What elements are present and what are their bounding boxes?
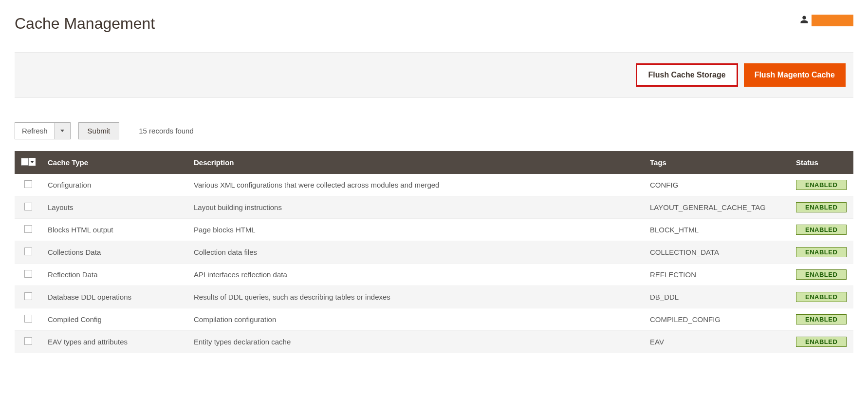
records-count: 15 records found [139,127,194,135]
chevron-down-icon [30,161,34,163]
cell-status: ENABLED [790,308,853,331]
status-badge: ENABLED [796,292,847,302]
cell-status: ENABLED [790,241,853,264]
row-checkbox[interactable] [24,180,32,188]
table-row: Database DDL operationsResults of DDL qu… [15,286,853,308]
cell-tags: CONFIG [644,174,790,196]
row-checkbox[interactable] [24,315,32,323]
cell-cache-type: Blocks HTML output [42,219,188,241]
cell-tags: REFLECTION [644,264,790,286]
user-area[interactable] [800,15,853,26]
cell-description: Various XML configurations that were col… [188,174,644,196]
flush-cache-storage-button[interactable]: Flush Cache Storage [636,63,738,87]
table-row: Collections DataCollection data filesCOL… [15,241,853,264]
cell-description: Layout building instructions [188,196,644,219]
status-badge: ENABLED [796,225,847,235]
row-checkbox[interactable] [24,270,32,278]
cache-table: Cache Type Description Tags Status Confi… [15,151,853,353]
status-badge: ENABLED [796,202,847,212]
select-all-header [15,151,42,174]
select-all-checkbox[interactable] [21,158,36,166]
status-badge: ENABLED [796,180,847,190]
table-row: ConfigurationVarious XML configurations … [15,174,853,196]
user-badge[interactable] [812,15,853,26]
cell-cache-type: Reflection Data [42,264,188,286]
actions-bar: Flush Cache Storage Flush Magento Cache [15,52,853,98]
cell-tags: LAYOUT_GENERAL_CACHE_TAG [644,196,790,219]
cell-status: ENABLED [790,196,853,219]
user-icon [800,15,809,26]
cell-cache-type: Collections Data [42,241,188,264]
table-row: LayoutsLayout building instructionsLAYOU… [15,196,853,219]
cell-status: ENABLED [790,331,853,353]
table-row: Reflection DataAPI interfaces reflection… [15,264,853,286]
cell-cache-type: Database DDL operations [42,286,188,308]
chevron-down-icon [60,130,64,132]
status-badge: ENABLED [796,337,847,347]
table-row: EAV types and attributesEntity types dec… [15,331,853,353]
column-header-description: Description [188,151,644,174]
mass-action-select[interactable]: Refresh [15,122,71,139]
cell-cache-type: Configuration [42,174,188,196]
row-checkbox[interactable] [24,248,32,255]
cell-status: ENABLED [790,264,853,286]
cell-tags: COMPILED_CONFIG [644,308,790,331]
table-row: Blocks HTML outputPage blocks HTMLBLOCK_… [15,219,853,241]
cell-status: ENABLED [790,286,853,308]
cell-cache-type: Layouts [42,196,188,219]
row-checkbox[interactable] [24,225,32,233]
cell-status: ENABLED [790,174,853,196]
cell-description: Compilation configuration [188,308,644,331]
cell-cache-type: EAV types and attributes [42,331,188,353]
cell-tags: DB_DDL [644,286,790,308]
column-header-tags: Tags [644,151,790,174]
status-badge: ENABLED [796,269,847,280]
submit-button[interactable]: Submit [78,122,120,139]
page-title: Cache Management [15,15,155,33]
cell-description: Page blocks HTML [188,219,644,241]
cell-tags: COLLECTION_DATA [644,241,790,264]
cell-description: API interfaces reflection data [188,264,644,286]
row-checkbox[interactable] [24,337,32,345]
cell-status: ENABLED [790,219,853,241]
column-header-status: Status [790,151,853,174]
status-badge: ENABLED [796,314,847,324]
cell-cache-type: Compiled Config [42,308,188,331]
table-row: Compiled ConfigCompilation configuration… [15,308,853,331]
column-header-type: Cache Type [42,151,188,174]
cell-tags: BLOCK_HTML [644,219,790,241]
controls-row: Refresh Submit 15 records found [15,122,853,139]
status-badge: ENABLED [796,247,847,257]
row-checkbox[interactable] [24,203,32,210]
mass-action-label: Refresh [15,123,55,139]
cell-description: Results of DDL queries, such as describi… [188,286,644,308]
cell-description: Entity types declaration cache [188,331,644,353]
flush-magento-cache-button[interactable]: Flush Magento Cache [744,63,846,87]
cell-description: Collection data files [188,241,644,264]
cell-tags: EAV [644,331,790,353]
row-checkbox[interactable] [24,292,32,300]
mass-action-toggle[interactable] [55,123,70,139]
